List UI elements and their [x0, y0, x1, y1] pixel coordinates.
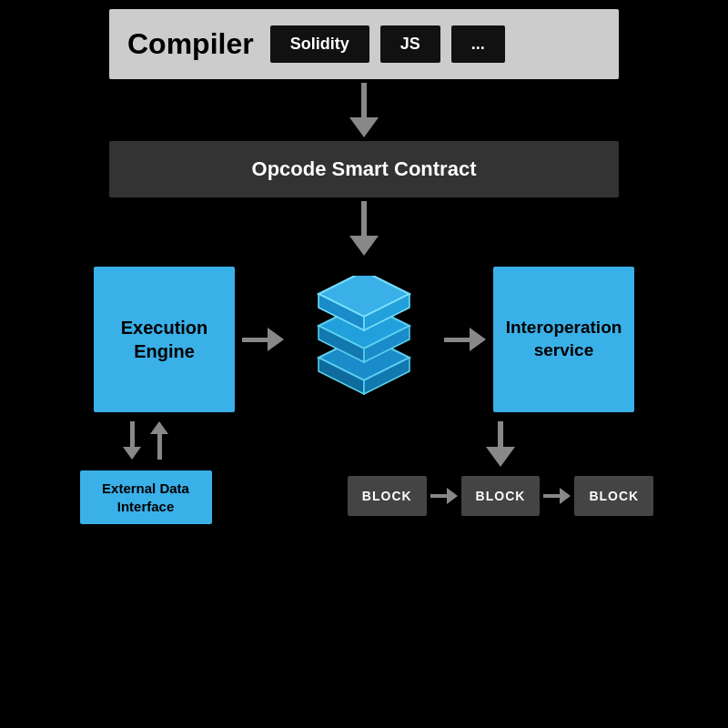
arrow-up-external — [150, 421, 168, 460]
stack-icon — [291, 267, 437, 412]
compiler-tag-etc: ... — [451, 25, 505, 63]
arrow-right-shaft-2 — [444, 338, 470, 342]
external-data-label: External DataInterface — [102, 480, 189, 514]
arrows-updown — [123, 421, 168, 460]
block-arrow-2 — [543, 488, 571, 504]
compiler-tags: Solidity JS ... — [270, 25, 505, 63]
middle-row: ExecutionEngine — [55, 267, 673, 412]
arrow-shaft-2 — [361, 201, 367, 236]
arrow-head-2 — [349, 236, 379, 256]
arrow-engine-to-stack — [242, 328, 284, 351]
block-2: BLOCK — [461, 476, 541, 516]
diagram: Compiler Solidity JS ... Opcode Smart Co… — [18, 9, 710, 719]
compiler-tag-js: JS — [380, 25, 440, 63]
arrow-right-head-2 — [470, 328, 486, 351]
arrow-down-external — [123, 421, 141, 460]
opcode-label: Opcode Smart Contract — [252, 157, 477, 180]
arrow-shaft-blocks — [498, 421, 503, 447]
execution-engine-label: ExecutionEngine — [121, 316, 208, 363]
block-3: BLOCK — [574, 476, 653, 516]
interop-box: Interoperationservice — [493, 267, 634, 412]
arrow-head — [349, 117, 379, 137]
block-arrow-1 — [430, 488, 458, 504]
block-arrow-head-1 — [447, 488, 458, 504]
block-1: BLOCK — [348, 476, 427, 516]
head-up — [150, 421, 168, 434]
arrow-right-shaft — [242, 338, 268, 342]
arrow-right-head — [268, 328, 284, 351]
head-down — [123, 447, 141, 460]
arrow-down-blocks — [486, 421, 515, 467]
bottom-left: External DataInterface — [55, 412, 237, 524]
block-arrow-shaft-1 — [430, 494, 447, 498]
interop-label: Interoperationservice — [506, 317, 622, 361]
bottom-row: External DataInterface BLOCK BLOCK — [55, 412, 673, 524]
arrow-compiler-to-opcode — [349, 83, 379, 137]
compiler-label: Compiler — [127, 27, 254, 61]
shaft-up — [157, 434, 162, 460]
bottom-right: BLOCK BLOCK BLOCK — [328, 412, 673, 516]
block-arrow-head-2 — [560, 488, 571, 504]
arrow-shaft — [361, 83, 367, 117]
compiler-box: Compiler Solidity JS ... — [109, 9, 619, 79]
execution-engine-box: ExecutionEngine — [94, 267, 235, 412]
arrow-stack-to-interop — [444, 328, 486, 351]
compiler-tag-solidity: Solidity — [270, 25, 369, 63]
external-data-box: External DataInterface — [80, 470, 212, 524]
stack-svg — [300, 276, 428, 403]
shaft-down — [130, 421, 135, 447]
opcode-box: Opcode Smart Contract — [109, 141, 619, 197]
arrow-opcode-to-engine — [349, 201, 379, 256]
block-arrow-shaft-2 — [543, 494, 560, 498]
blocks-row: BLOCK BLOCK BLOCK — [348, 476, 653, 516]
arrow-head-blocks — [486, 447, 515, 467]
